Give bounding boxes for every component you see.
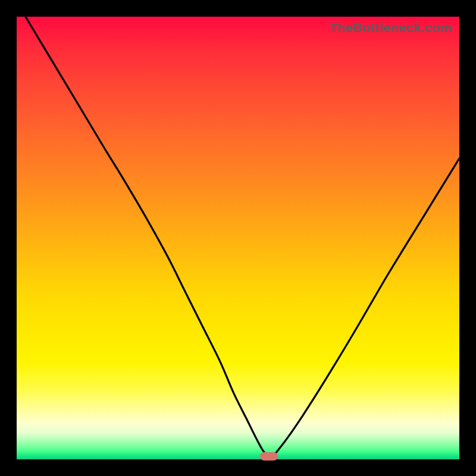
bottleneck-curve — [17, 17, 459, 459]
curve-path — [26, 17, 459, 457]
minimum-marker — [260, 452, 278, 461]
plot-area: TheBottleneck.com — [17, 17, 459, 459]
chart-frame: TheBottleneck.com — [0, 0, 476, 476]
